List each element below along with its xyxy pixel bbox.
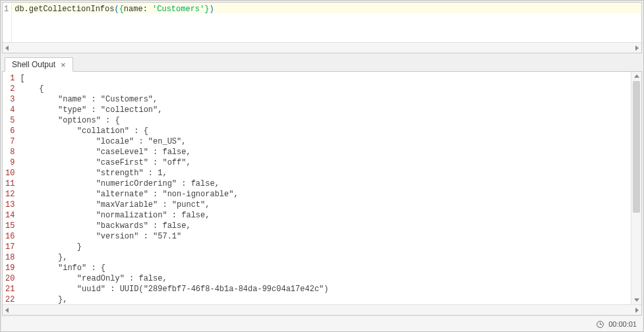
line-number: 18: [5, 252, 15, 263]
output-line: "collation" : {: [20, 126, 628, 136]
query-editor-pane: 1 db.getCollectionInfos({name: 'Customer…: [2, 2, 642, 53]
output-line: }: [20, 242, 628, 252]
elapsed-time: 00:00:01: [608, 320, 637, 328]
line-number: 11: [5, 179, 15, 189]
line-number: 22: [5, 294, 15, 304]
status-bar: 00:00:01: [2, 317, 642, 331]
editor-code[interactable]: db.getCollectionInfos({name: 'Customers'…: [12, 3, 641, 42]
token-colon: :: [143, 5, 152, 14]
line-number: 13: [5, 200, 15, 210]
output-line: "info" : {: [20, 263, 628, 273]
output-line: {: [20, 84, 628, 94]
output-line: "numericOrdering" : false,: [20, 179, 628, 189]
token-key: name: [124, 5, 143, 14]
token-method: getCollectionInfos: [29, 5, 115, 14]
close-icon[interactable]: ×: [61, 61, 66, 69]
output-line: [: [20, 73, 628, 84]
token-obj: db: [15, 5, 24, 14]
line-number: 8: [5, 147, 15, 157]
line-number: 3: [5, 94, 15, 105]
editor-gutter: 1: [3, 3, 12, 42]
line-number: 4: [5, 105, 15, 115]
output-line: "strength" : 1,: [20, 168, 628, 179]
output-line: },: [20, 252, 628, 263]
line-number: 21: [5, 284, 15, 294]
output-line: "type" : "collection",: [20, 105, 628, 115]
line-number: 10: [5, 168, 15, 179]
output-line: "backwards" : false,: [20, 221, 628, 231]
tab-label: Shell Output: [12, 60, 55, 69]
token-lparen: (: [114, 5, 119, 14]
clock-icon: [596, 320, 604, 329]
output-line: "caseFirst" : "off",: [20, 157, 628, 168]
output-line: "uuid" : UUID("289efbf7-46f8-4b1a-84da-9…: [20, 284, 628, 294]
tab-shell-output[interactable]: Shell Output ×: [5, 57, 73, 72]
line-number: 9: [5, 157, 15, 168]
output-line: "locale" : "en_US",: [20, 136, 628, 147]
output-line: "readOnly" : false,: [20, 273, 628, 284]
output-line: "normalization" : false,: [20, 210, 628, 221]
line-number: 17: [5, 242, 15, 252]
line-number: 16: [5, 231, 15, 242]
output-line: "options" : {: [20, 115, 628, 126]
output-body[interactable]: 12345678910111213141516171819202122 [ { …: [3, 72, 641, 304]
output-line: "version" : "57.1": [20, 231, 628, 242]
line-number: 5: [5, 115, 15, 126]
line-number: 2: [5, 84, 15, 94]
line-number: 6: [5, 126, 15, 136]
output-gutter: 12345678910111213141516171819202122: [3, 72, 17, 304]
output-line: "alternate" : "non-ignorable",: [20, 189, 628, 200]
line-number: 1: [4, 4, 9, 14]
token-dot: .: [24, 5, 29, 14]
line-number: 15: [5, 221, 15, 231]
output-code[interactable]: [ { "name" : "Customers", "type" : "coll…: [17, 72, 631, 304]
token-string: 'Customers': [152, 5, 204, 14]
line-number: 19: [5, 263, 15, 273]
line-number: 1: [5, 73, 15, 84]
vscroll-thumb[interactable]: [633, 81, 640, 213]
line-number: 12: [5, 189, 15, 200]
output-line: "caseLevel" : false,: [20, 147, 628, 157]
line-number: 7: [5, 136, 15, 147]
output-line: "maxVariable" : "punct",: [20, 200, 628, 210]
output-vscrollbar[interactable]: [631, 72, 641, 304]
line-number: 20: [5, 273, 15, 284]
output-tab-bar: Shell Output ×: [2, 55, 642, 72]
output-line: "name" : "Customers",: [20, 94, 628, 105]
token-lbrace: {: [119, 5, 124, 14]
token-rparen: ): [209, 5, 214, 14]
editor-content[interactable]: 1 db.getCollectionInfos({name: 'Customer…: [3, 3, 641, 42]
editor-hscrollbar[interactable]: [3, 42, 641, 53]
output-line: },: [20, 294, 628, 304]
line-number: 14: [5, 210, 15, 221]
shell-output-pane: 12345678910111213141516171819202122 [ { …: [2, 72, 642, 316]
output-hscrollbar[interactable]: [3, 304, 641, 315]
